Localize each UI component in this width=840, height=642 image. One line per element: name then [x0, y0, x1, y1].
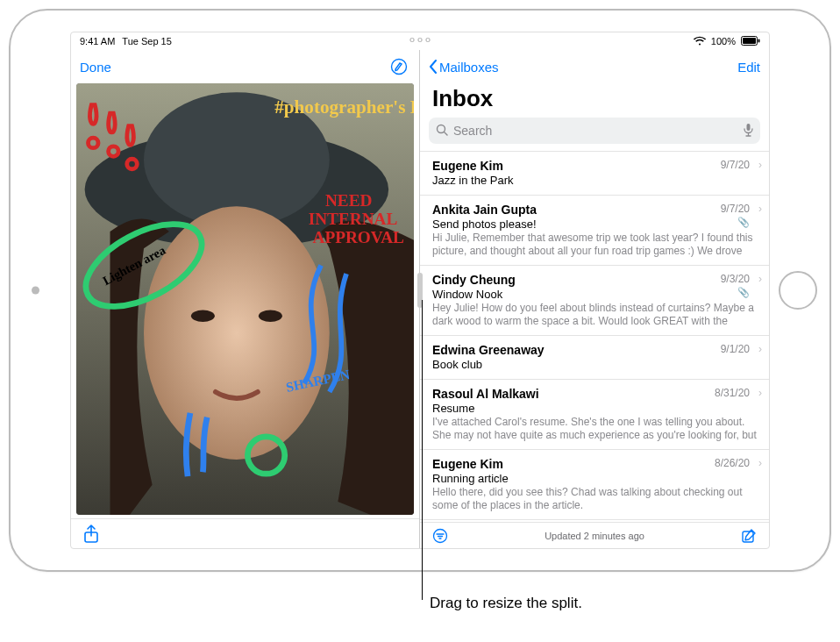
- mail-date: 9/3/20: [721, 273, 750, 285]
- search-input[interactable]: Search: [429, 118, 760, 144]
- chevron-right-icon: ›: [758, 159, 762, 171]
- mail-date: 9/7/20: [721, 159, 750, 171]
- mail-date: 9/1/20: [721, 343, 750, 355]
- mail-row[interactable]: Cindy Cheung9/3/20›📎Window NookHey Julie…: [420, 265, 769, 335]
- annotation-approval-3: APPROVAL: [313, 228, 405, 246]
- mail-date: 9/7/20: [721, 203, 750, 215]
- annotation-approval-2: INTERNAL: [309, 210, 398, 228]
- attachment-icon: 📎: [737, 217, 750, 228]
- inbox-title: Inbox: [420, 83, 769, 118]
- mailboxes-back-button[interactable]: Mailboxes: [429, 60, 499, 75]
- status-bar: 9:41 AM Tue Sep 15 100%: [71, 32, 769, 50]
- mail-subject: Book club: [432, 358, 758, 371]
- mail-toolbar: Updated 2 minutes ago: [420, 522, 769, 548]
- compose-icon[interactable]: [737, 524, 760, 547]
- mail-sender: Eugene Kim: [432, 159, 758, 173]
- left-app-photos: Done: [71, 50, 420, 548]
- home-button[interactable]: [779, 271, 817, 310]
- status-time: 9:41 AM: [80, 36, 115, 46]
- mail-list[interactable]: Eugene Kim9/7/20›Jazz in the ParkAnkita …: [420, 151, 769, 522]
- done-button[interactable]: Done: [80, 60, 111, 75]
- mail-sender: Cindy Cheung: [432, 273, 758, 287]
- left-nav-bar: Done: [71, 50, 419, 83]
- mail-sender: Eugene Kim: [432, 457, 758, 471]
- mail-sender: Rasoul Al Malkawi: [432, 387, 758, 401]
- mail-row[interactable]: Eugene Kim9/7/20›Jazz in the Park: [420, 151, 769, 195]
- mail-subject: Send photos please!: [432, 218, 758, 231]
- chevron-right-icon: ›: [758, 343, 762, 355]
- search-icon: [436, 124, 448, 139]
- chevron-right-icon: ›: [758, 203, 762, 215]
- mail-sender: Edwina Greenaway: [432, 343, 758, 357]
- mail-subject: Window Nook: [432, 288, 758, 301]
- search-placeholder: Search: [453, 124, 492, 138]
- filter-icon[interactable]: [429, 524, 452, 547]
- ipad-frame: 9:41 AM Tue Sep 15 100% Done: [9, 9, 831, 572]
- front-camera: [32, 287, 39, 295]
- split-view: Done: [71, 50, 769, 548]
- mail-row[interactable]: Ankita Jain Gupta9/7/20›📎Send photos ple…: [420, 195, 769, 265]
- mail-row[interactable]: Sanaa Aridi8/25/20›: [420, 519, 769, 522]
- mail-nav-bar: Mailboxes Edit: [420, 50, 769, 83]
- mail-subject: Running article: [432, 472, 758, 485]
- svg-point-8: [191, 310, 215, 322]
- battery-percent: 100%: [711, 36, 736, 46]
- chevron-right-icon: ›: [758, 387, 762, 399]
- screen: 9:41 AM Tue Sep 15 100% Done: [70, 32, 770, 549]
- mail-date: 8/26/20: [715, 457, 750, 469]
- svg-rect-1: [743, 38, 756, 44]
- svg-rect-16: [747, 124, 751, 131]
- annotation-favorite: #photographer's Favorite!!: [274, 96, 414, 118]
- mail-sender: Ankita Jain Gupta: [432, 203, 758, 217]
- multitask-indicator[interactable]: [410, 38, 431, 42]
- mail-preview: I've attached Carol's resume. She's the …: [432, 416, 758, 442]
- mail-date: 8/31/20: [715, 387, 750, 399]
- mail-preview: Hi Julie, Remember that awesome trip we …: [432, 232, 758, 258]
- svg-point-7: [144, 206, 330, 460]
- mail-row[interactable]: Eugene Kim8/26/20›Running articleHello t…: [420, 449, 769, 519]
- status-date: Tue Sep 15: [122, 36, 171, 46]
- svg-point-9: [259, 310, 282, 322]
- annotation-approval-1: NEED: [325, 191, 372, 210]
- mail-row[interactable]: Edwina Greenaway9/1/20›Book club: [420, 335, 769, 379]
- mail-preview: Hello there, did you see this? Chad was …: [432, 486, 758, 512]
- battery-icon: [741, 36, 760, 47]
- back-label: Mailboxes: [439, 60, 499, 75]
- mail-subject: Jazz in the Park: [432, 174, 758, 187]
- wifi-icon: [694, 36, 706, 47]
- chevron-right-icon: ›: [758, 273, 762, 285]
- edit-button[interactable]: Edit: [737, 60, 760, 75]
- photo-canvas[interactable]: #photographer's Favorite!! NEED INTERNAL…: [76, 83, 414, 515]
- chevron-left-icon: [429, 60, 438, 74]
- chevron-right-icon: ›: [758, 457, 762, 469]
- mail-row[interactable]: Rasoul Al Malkawi8/31/20›ResumeI've atta…: [420, 379, 769, 449]
- svg-rect-2: [758, 39, 760, 42]
- share-icon[interactable]: [80, 523, 103, 546]
- left-toolbar: [71, 518, 419, 548]
- callout-text: Drag to resize the split.: [430, 595, 582, 612]
- right-app-mail: Mailboxes Edit Inbox Search: [420, 50, 769, 548]
- mail-subject: Resume: [432, 402, 758, 415]
- attachment-icon: 📎: [737, 287, 750, 298]
- updated-label: Updated 2 minutes ago: [452, 531, 737, 541]
- svg-line-15: [445, 132, 448, 135]
- callout-leader-line: [422, 300, 423, 600]
- mail-preview: Hey Julie! How do you feel about blinds …: [432, 302, 758, 328]
- dictate-icon[interactable]: [744, 123, 753, 139]
- markup-icon[interactable]: [388, 55, 410, 78]
